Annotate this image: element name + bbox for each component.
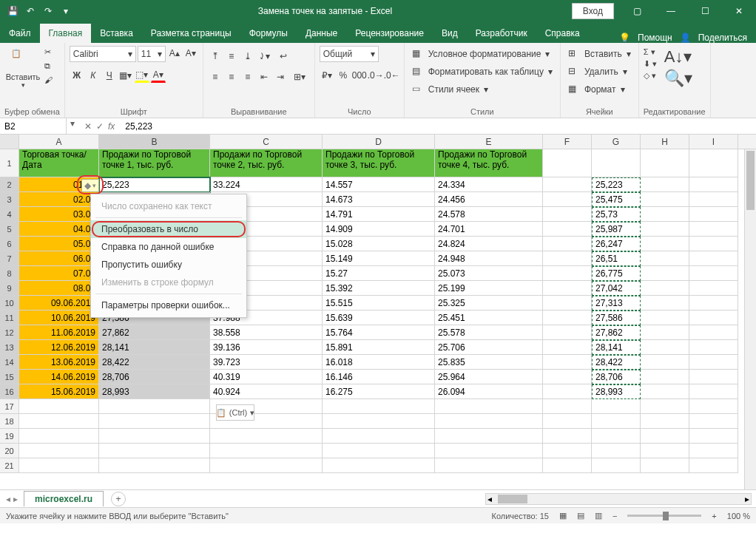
fill-icon[interactable]: ⬇ ▾ [644, 59, 657, 69]
menu-item[interactable]: Пропустить ошибку [91, 256, 246, 274]
cut-icon[interactable]: ✂ [44, 47, 56, 59]
cell[interactable]: 25,987 [592, 222, 641, 237]
cell[interactable]: 24.701 [435, 222, 543, 237]
cell[interactable]: 28,141 [99, 340, 210, 355]
cell[interactable]: 25.325 [435, 296, 543, 311]
view-normal-icon[interactable]: ▦ [559, 511, 567, 520]
cell[interactable]: 25,223 [99, 177, 210, 192]
cell[interactable]: 14.557 [323, 177, 435, 192]
clear-icon[interactable]: ◇ ▾ [644, 71, 657, 81]
tab-developer[interactable]: Разработчик [467, 24, 536, 43]
wrap-text-icon[interactable]: ↩ [273, 49, 294, 64]
tab-home[interactable]: Главная [40, 24, 92, 43]
cell[interactable]: 02.06 [19, 192, 99, 207]
insert-cells-button[interactable]: ⊞Вставить ▾ [565, 46, 634, 62]
decrease-font-icon[interactable]: A▾ [183, 46, 198, 61]
sort-filter-icon[interactable]: A↓▾ [664, 47, 692, 67]
comma-icon[interactable]: 000 [352, 68, 367, 83]
col-header[interactable]: D [323, 135, 435, 149]
cell[interactable]: 16.018 [323, 355, 435, 370]
table-header[interactable]: Торговая точка/ Дата [19, 149, 99, 177]
cell[interactable]: 25,475 [592, 192, 641, 207]
qat-customize-icon[interactable]: ▾ [59, 4, 72, 18]
cell[interactable]: 38.558 [210, 325, 323, 340]
copy-icon[interactable]: ⧉ [44, 61, 56, 73]
cell[interactable]: 25,223 [592, 177, 641, 192]
cell[interactable]: 25.199 [435, 281, 543, 296]
cell[interactable]: 26,775 [592, 266, 641, 281]
cell[interactable]: 33.224 [210, 177, 323, 192]
delete-cells-button[interactable]: ⊟Удалить ▾ [565, 64, 630, 80]
cell[interactable]: 24.824 [435, 237, 543, 251]
zoom-slider[interactable] [627, 515, 701, 517]
sheet-nav-next-icon[interactable]: ▸ [13, 494, 18, 504]
cell[interactable]: 09.06.2019 [19, 296, 99, 311]
format-as-table-button[interactable]: ▤Форматировать как таблицу ▾ [409, 64, 556, 80]
cell[interactable]: 28,993 [99, 384, 210, 399]
cell[interactable]: 25.964 [435, 370, 543, 384]
cell[interactable]: 15.891 [323, 340, 435, 355]
cell[interactable]: 03.06 [19, 207, 99, 222]
enter-formula-icon[interactable]: ✓ [96, 121, 104, 132]
table-header[interactable]: Продажи по Торговой точке 4, тыс. руб. [435, 149, 543, 177]
table-header[interactable]: Продажи по Торговой точке 2, тыс. руб. [210, 149, 323, 177]
cell[interactable]: 14.909 [323, 222, 435, 237]
col-header[interactable]: I [689, 135, 738, 149]
cell[interactable]: 10.06.2019 [19, 311, 99, 325]
col-header[interactable]: B [99, 135, 210, 149]
zoom-in-icon[interactable]: + [712, 512, 716, 520]
close-icon[interactable]: ✕ [722, 0, 756, 22]
formula-bar[interactable]: 25,223 [121, 118, 756, 134]
cell[interactable]: 25.578 [435, 325, 543, 340]
cell[interactable]: 28,706 [592, 370, 641, 384]
cell[interactable]: 28,422 [592, 355, 641, 370]
cancel-formula-icon[interactable]: ✕ [84, 121, 92, 132]
cell[interactable]: 15.27 [323, 266, 435, 281]
tab-file[interactable]: Файл [0, 24, 40, 43]
cell[interactable]: 27,862 [592, 325, 641, 340]
conditional-formatting-button[interactable]: ▦Условное форматирование ▾ [409, 46, 553, 62]
cell[interactable]: 14.791 [323, 207, 435, 222]
cell[interactable]: 07.06 [19, 266, 99, 281]
add-sheet-button[interactable]: + [111, 492, 126, 506]
paste-options-button[interactable]: 📋 (Ctrl) ▾ [216, 404, 254, 421]
underline-button[interactable]: Ч [102, 68, 117, 83]
col-header[interactable]: C [210, 135, 323, 149]
cell[interactable]: 13.06.2019 [19, 355, 99, 370]
cell[interactable]: 24.334 [435, 177, 543, 192]
cell[interactable]: 28,993 [592, 384, 641, 399]
col-header[interactable]: G [592, 135, 641, 149]
fx-icon[interactable]: fx [108, 121, 115, 132]
zoom-out-icon[interactable]: − [612, 512, 617, 520]
col-header[interactable]: F [543, 135, 592, 149]
tab-insert[interactable]: Вставка [91, 24, 142, 43]
cell-styles-button[interactable]: ▭Стили ячеек ▾ [409, 81, 491, 98]
cell[interactable]: 08.06 [19, 281, 99, 296]
cell[interactable]: 12.06.2019 [19, 340, 99, 355]
cell[interactable]: 05.06 [19, 237, 99, 251]
col-header[interactable]: E [435, 135, 543, 149]
cell[interactable]: 04.06 [19, 222, 99, 237]
cell[interactable]: 24.578 [435, 207, 543, 222]
autosum-icon[interactable]: Σ ▾ [644, 47, 657, 57]
cell[interactable]: 25,73 [592, 207, 641, 222]
login-button[interactable]: Вход [572, 3, 614, 19]
cell[interactable]: 15.392 [323, 281, 435, 296]
orientation-icon[interactable]: ⤸▾ [257, 49, 271, 64]
share-label[interactable]: Поделиться [698, 33, 747, 43]
increase-decimal-icon[interactable]: .0→ [368, 68, 383, 83]
fill-color-icon[interactable]: ⬚▾ [135, 68, 149, 83]
decrease-decimal-icon[interactable]: .0← [385, 68, 399, 83]
col-header[interactable]: H [641, 135, 689, 149]
cell[interactable]: 15.764 [323, 325, 435, 340]
align-middle-icon[interactable]: ≡ [224, 49, 239, 64]
minimize-icon[interactable]: — [654, 0, 688, 22]
align-top-icon[interactable]: ⤒ [208, 49, 223, 64]
view-pagebreak-icon[interactable]: ▥ [595, 511, 602, 520]
tab-help[interactable]: Справка [536, 24, 589, 43]
cell[interactable]: 24.948 [435, 251, 543, 266]
tab-review[interactable]: Рецензирование [346, 24, 433, 43]
cell[interactable]: 39.723 [210, 355, 323, 370]
font-size-combo[interactable]: 11▾ [138, 46, 166, 62]
menu-item-convert-to-number[interactable]: Преобразовать в число [91, 220, 246, 238]
